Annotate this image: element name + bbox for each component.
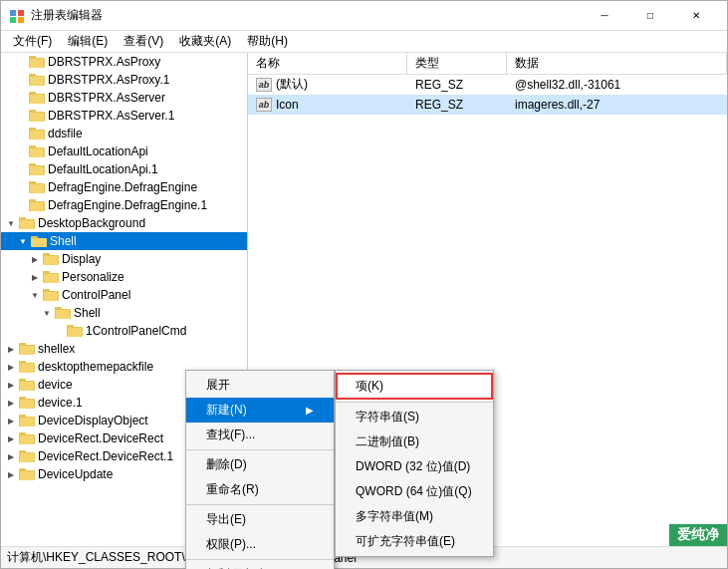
submenu-item-binary[interactable]: 二进制值(B) [336, 429, 493, 454]
svg-rect-59 [19, 379, 26, 382]
tree-item-label: DBRSTPRX.AsServer.1 [48, 109, 174, 123]
tree-item-label: desktopthemepackfile [38, 360, 153, 374]
folder-icon [19, 216, 35, 230]
tree-item[interactable]: ▼ DesktopBackground [1, 214, 247, 232]
tree-arrow: ▼ [29, 289, 41, 301]
submenu-item-label: 多字符串值(M) [356, 508, 433, 525]
folder-icon [19, 431, 35, 445]
tree-item[interactable]: DefragEngine.DefragEngine.1 [1, 196, 247, 214]
tree-item-label: Shell [50, 234, 77, 248]
tree-item-label: DeviceRect.DeviceRect [38, 431, 163, 445]
svg-rect-32 [19, 217, 26, 220]
menu-expand[interactable]: 展开 [186, 373, 334, 398]
svg-rect-63 [20, 400, 34, 409]
submenu-item-label: DWORD (32 位)值(D) [356, 458, 470, 475]
svg-rect-23 [29, 163, 36, 166]
svg-rect-75 [20, 471, 34, 480]
tree-item[interactable]: DBRSTPRX.AsServer [1, 89, 247, 107]
folder-icon [19, 467, 35, 481]
column-name[interactable]: 名称 [248, 53, 407, 74]
tree-item[interactable]: ▶ Personalize [1, 268, 247, 286]
maximize-button[interactable]: □ [627, 1, 673, 31]
folder-icon [29, 127, 45, 141]
svg-rect-3 [18, 17, 24, 23]
menu-permissions[interactable]: 权限(P)... [186, 532, 334, 557]
folder-icon [29, 91, 45, 105]
svg-rect-39 [44, 256, 58, 265]
tree-item[interactable]: DBRSTPRX.AsProxy.1 [1, 71, 247, 89]
menu-favorites[interactable]: 收藏夹(A) [171, 31, 239, 52]
tree-arrow: ▶ [5, 343, 17, 355]
menu-export[interactable]: 导出(E) [186, 507, 334, 532]
svg-rect-9 [30, 77, 44, 86]
column-type[interactable]: 类型 [407, 53, 507, 74]
folder-icon [19, 360, 35, 374]
svg-rect-72 [20, 453, 34, 462]
tree-item[interactable]: DefaultLocationApi.1 [1, 160, 247, 178]
tree-item[interactable]: DefragEngine.DefragEngine [1, 178, 247, 196]
tree-item-label: DefragEngine.DefragEngine.1 [48, 198, 207, 212]
svg-rect-17 [29, 128, 36, 131]
tree-item[interactable]: ▼ Shell [1, 304, 247, 322]
svg-rect-69 [20, 435, 34, 444]
column-data[interactable]: 数据 [507, 53, 727, 74]
menu-file[interactable]: 文件(F) [5, 31, 60, 52]
submenu-item-dword[interactable]: DWORD (32 位)值(D) [336, 454, 493, 479]
menu-copy-keyname[interactable]: 复制项名称(C) [186, 562, 334, 569]
value-name: (默认) [276, 76, 308, 93]
svg-rect-57 [20, 364, 34, 373]
tree-item[interactable]: ▶ shellex [1, 340, 247, 358]
submenu-item-expandstring[interactable]: 可扩充字符串值(E) [336, 529, 493, 554]
submenu-item-string[interactable]: 字符串值(S) [336, 405, 493, 429]
minimize-button[interactable]: ─ [582, 1, 627, 31]
tree-item[interactable]: 1ControlPanelCmd [1, 322, 247, 340]
tree-item[interactable]: DBRSTPRX.AsServer.1 [1, 107, 247, 125]
tree-item[interactable]: ▶ Display [1, 250, 247, 268]
svg-rect-14 [29, 110, 36, 113]
tree-item-label: Shell [74, 306, 101, 320]
table-row[interactable]: ab (默认) REG_SZ @shell32.dll,-31061 [248, 75, 727, 95]
tree-arrow: ▶ [29, 253, 41, 265]
menu-separator [186, 504, 334, 505]
cell-name: ab (默认) [248, 76, 407, 93]
menu-item-label: 权限(P)... [206, 536, 256, 553]
context-menu[interactable]: 展开 新建(N) ▶ 查找(F)... 删除(D) 重命名(R) 导出(E) 权… [185, 370, 335, 569]
submenu-item-qword[interactable]: QWORD (64 位)值(Q) [336, 479, 493, 504]
folder-open-icon [31, 234, 47, 248]
menu-new[interactable]: 新建(N) ▶ [186, 398, 334, 423]
menu-edit[interactable]: 编辑(E) [60, 31, 116, 52]
svg-rect-6 [30, 59, 44, 68]
folder-icon [55, 306, 71, 320]
tree-item[interactable]: DBRSTPRX.AsProxy [1, 53, 247, 71]
submenu-new[interactable]: 项(K) 字符串值(S) 二进制值(B) DWORD (32 位)值(D) QW… [335, 370, 494, 557]
submenu-item-multistring[interactable]: 多字符串值(M) [336, 504, 493, 529]
close-button[interactable]: ✕ [673, 1, 719, 31]
tree-item-label: DBRSTPRX.AsProxy.1 [48, 73, 169, 87]
svg-rect-41 [43, 271, 50, 274]
tree-item-label: ddsfile [48, 127, 83, 141]
tree-item-label: DesktopBackground [38, 216, 145, 230]
tree-item[interactable]: DefaultLocationApi [1, 142, 247, 160]
svg-rect-66 [20, 418, 34, 427]
menu-delete[interactable]: 删除(D) [186, 452, 334, 477]
folder-icon [29, 198, 45, 212]
folder-icon [19, 396, 35, 410]
folder-icon [19, 378, 35, 392]
menu-find[interactable]: 查找(F)... [186, 423, 334, 447]
tree-item[interactable]: ddsfile [1, 125, 247, 142]
table-row[interactable]: ab Icon REG_SZ imageres.dll,-27 [248, 95, 727, 115]
tree-arrow: ▶ [5, 415, 17, 427]
svg-marker-36 [31, 239, 47, 247]
tree-item[interactable]: ▼ ControlPanel [1, 286, 247, 304]
tree-item-shell[interactable]: ▼ Shell [1, 232, 247, 250]
svg-rect-18 [30, 131, 44, 140]
cell-type: REG_SZ [407, 98, 507, 112]
menu-help[interactable]: 帮助(H) [239, 31, 296, 52]
svg-rect-12 [30, 95, 44, 104]
menu-view[interactable]: 查看(V) [116, 31, 171, 52]
submenu-item-key[interactable]: 项(K) [336, 373, 493, 400]
folder-icon [29, 55, 45, 69]
svg-rect-54 [20, 346, 34, 355]
folder-icon [29, 180, 45, 194]
menu-rename[interactable]: 重命名(R) [186, 477, 334, 502]
